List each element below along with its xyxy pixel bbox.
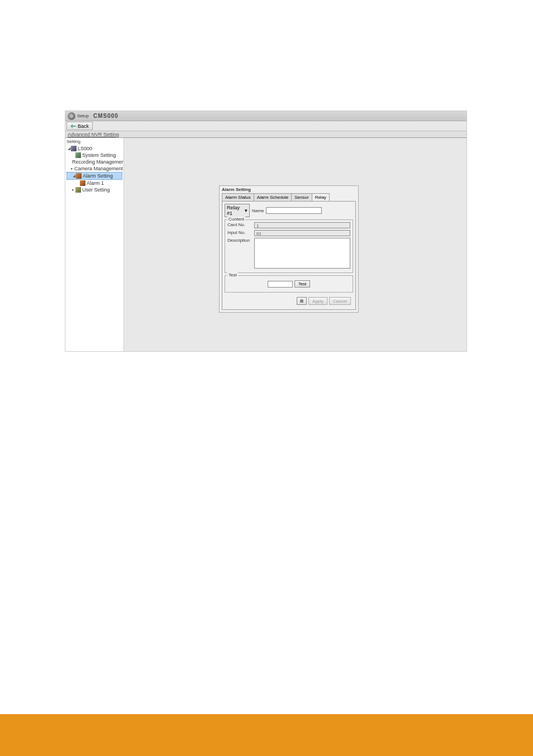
tab-bar: Alarm Status Alarm Schedule Sensor Relay	[220, 193, 358, 201]
cancel-button[interactable]: Cancel	[329, 297, 351, 305]
tab-alarm-status[interactable]: Alarm Status	[222, 193, 254, 201]
input-no-field: 01	[254, 230, 350, 236]
tab-sensor[interactable]: Sensor	[291, 193, 312, 201]
panel-title: Alarm Setting	[220, 186, 358, 193]
tree-item-system[interactable]: System Setting	[66, 152, 122, 159]
relay-selector-row: Relay #1 ▾ Name	[225, 204, 353, 217]
relay-name-input[interactable]	[266, 207, 322, 214]
chevron-down-icon: ▾	[245, 208, 248, 213]
button-row: Apply Cancel	[225, 295, 353, 307]
main-content: Setting ◢ LS000 System Setting Recording…	[65, 138, 467, 351]
tree-item-recording[interactable]: Recording Management	[66, 159, 122, 165]
content-area: Alarm Setting Alarm Status Alarm Schedul…	[124, 138, 467, 351]
card-no-field: 1	[254, 222, 350, 228]
content-legend: Content	[227, 217, 245, 222]
test-legend: Test	[227, 272, 238, 277]
svg-point-1	[71, 116, 72, 117]
relay-dropdown[interactable]: Relay #1 ▾	[225, 204, 250, 217]
test-input[interactable]	[268, 281, 293, 288]
back-arrow-icon	[70, 124, 76, 128]
card-no-label: Card No.	[227, 222, 254, 227]
alarm-setting-panel: Alarm Setting Alarm Status Alarm Schedul…	[219, 185, 359, 313]
setup-icon	[68, 112, 75, 120]
tree-item-camera[interactable]: ▸ Camera Management	[66, 165, 122, 172]
svg-rect-2	[300, 300, 303, 303]
tree-item-alarm[interactable]: ◢ Alarm Setting	[66, 172, 122, 180]
server-icon	[71, 146, 77, 151]
description-textarea[interactable]	[254, 238, 350, 269]
input-no-row: Input No. 01	[227, 230, 350, 236]
card-no-row: Card No. 1	[227, 222, 350, 228]
back-button[interactable]: Back	[66, 122, 93, 130]
title-bar: Setup CMS000	[65, 111, 467, 121]
input-no-label: Input No.	[227, 230, 254, 235]
description-label: Description	[227, 238, 254, 243]
alarm-icon	[76, 173, 82, 179]
test-button[interactable]: Test	[294, 280, 311, 288]
test-row: Test	[227, 278, 350, 290]
content-fieldset: Content Card No. 1 Input No. 01	[225, 219, 353, 273]
setup-label: Setup	[77, 113, 89, 118]
app-window: Setup CMS000 Back Advanced NVR Setting S…	[65, 111, 467, 352]
tree-expand-icon[interactable]: ▸	[71, 166, 73, 171]
tree-item-user[interactable]: ▸ User Setting	[66, 186, 122, 193]
system-icon	[75, 152, 81, 158]
apply-button[interactable]: Apply	[308, 297, 327, 305]
tree-collapse-icon[interactable]: ◢	[66, 146, 71, 151]
settings-icon-button[interactable]	[297, 297, 307, 305]
tab-relay[interactable]: Relay	[312, 193, 330, 201]
sidebar-header: Setting	[66, 139, 122, 144]
tree-expand-icon[interactable]: ▸	[71, 188, 75, 192]
tab-alarm-schedule[interactable]: Alarm Schedule	[254, 193, 292, 201]
test-fieldset: Test Test	[225, 275, 353, 293]
back-label: Back	[78, 123, 89, 129]
name-label: Name	[252, 208, 264, 213]
svg-rect-3	[301, 299, 303, 300]
alarm-sub-icon	[80, 180, 85, 186]
app-title: CMS000	[93, 113, 118, 119]
footer-bar	[0, 714, 533, 756]
gear-icon	[299, 298, 304, 304]
tree-collapse-icon[interactable]: ◢	[72, 174, 76, 178]
sidebar: Setting ◢ LS000 System Setting Recording…	[65, 138, 124, 351]
tab-content: Relay #1 ▾ Name Content Card No. 1	[222, 201, 356, 310]
tree-item-alarm1[interactable]: Alarm 1	[66, 180, 122, 186]
description-row: Description	[227, 238, 350, 269]
tree-root[interactable]: ◢ LS000	[66, 145, 122, 152]
user-icon	[75, 187, 81, 193]
advanced-nvr-link[interactable]: Advanced NVR Setting	[65, 131, 467, 138]
toolbar: Back	[65, 121, 467, 131]
